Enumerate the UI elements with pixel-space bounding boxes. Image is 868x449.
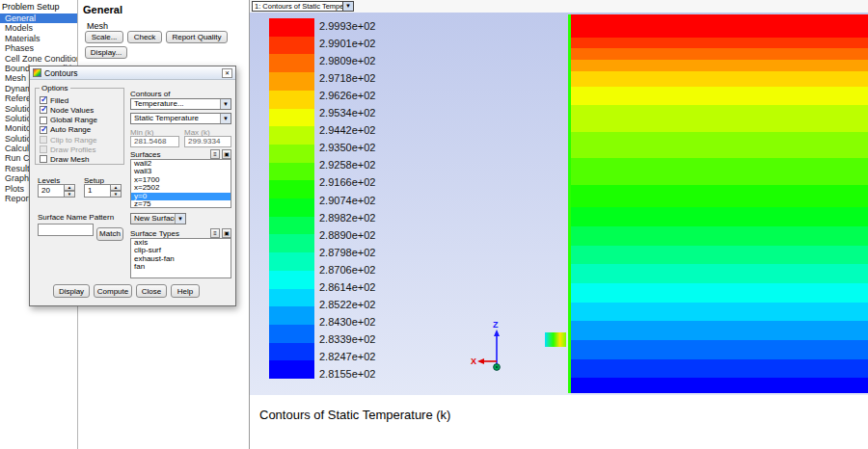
checkbox-label: Auto Range [50, 125, 91, 134]
surface-types-deselect-icon[interactable]: ▣ [222, 228, 231, 238]
task-page-title: General [83, 4, 122, 15]
tree-item-models[interactable]: Models [0, 23, 77, 33]
legend-value: 2.8614e+02 [319, 281, 375, 293]
legend-band [269, 325, 314, 343]
checkbox-icon [40, 136, 47, 144]
help-button[interactable]: Help [171, 284, 200, 298]
legend-value: 2.9901e+02 [319, 38, 375, 49]
list-item[interactable]: exhaust-fan [131, 255, 231, 263]
display-mesh-button[interactable]: Display... [85, 46, 127, 59]
graphics-window: 1: Contours of Static Temper ▼ 2.9993e+0… [249, 0, 868, 449]
surface-types-list[interactable]: axisclip-surfexhaust-fanfan [130, 238, 231, 278]
checkbox-label: Filled [50, 96, 68, 105]
scale-button[interactable]: Scale... [85, 31, 123, 43]
checkbox-icon[interactable] [40, 117, 47, 124]
legend-value: 2.9258e+02 [319, 159, 375, 171]
spinner-down-icon[interactable]: ▼ [111, 191, 122, 198]
plot-edge [568, 14, 571, 393]
legend-value: 2.8706e+02 [319, 264, 375, 276]
report-quality-button[interactable]: Report Quality [166, 31, 228, 43]
options-checkbox-list: FilledNode ValuesGlobal RangeAuto RangeC… [36, 89, 123, 164]
checkbox-icon [40, 145, 47, 153]
display-button[interactable]: Display [53, 284, 90, 298]
contour-plot [568, 14, 868, 393]
setup-value[interactable]: 1 [84, 184, 111, 198]
legend-band [269, 360, 314, 379]
tree-item-cell-zone-conditions[interactable]: Cell Zone Conditions [0, 54, 77, 64]
levels-stepper[interactable]: 20 ▲ ▼ [38, 184, 75, 198]
legend-value: 2.9166e+02 [319, 176, 375, 188]
legend-band [269, 343, 314, 361]
graphics-window-selector[interactable]: 1: Contours of Static Temper ▼ [252, 1, 354, 12]
legend-value: 2.9534e+02 [319, 107, 375, 119]
compute-button[interactable]: Compute [94, 284, 132, 298]
legend-band [269, 109, 314, 127]
options-group: Options FilledNode ValuesGlobal RangeAut… [35, 88, 124, 165]
tree-item-materials[interactable]: Materials [0, 34, 77, 43]
surface-types-select-all-icon[interactable]: ≡ [210, 228, 220, 238]
surface-name-pattern-input[interactable] [38, 224, 94, 236]
legend-band [269, 271, 314, 289]
legend-labels: 2.9993e+022.9901e+022.9809e+022.9718e+02… [319, 20, 406, 388]
chevron-down-icon[interactable]: ▼ [220, 99, 231, 109]
surfaces-deselect-icon[interactable]: ▣ [222, 149, 231, 159]
legend-value: 2.9074e+02 [319, 195, 375, 206]
spinner-down-icon[interactable]: ▼ [65, 191, 75, 198]
legend-value: 2.8339e+02 [319, 333, 375, 345]
tree-item-phases[interactable]: Phases [0, 43, 77, 53]
close-icon[interactable]: ✕ [222, 68, 232, 78]
checkbox-row-draw-profiles: Draw Profiles [36, 145, 123, 154]
checkbox-row-node-values[interactable]: Node Values [36, 106, 123, 116]
spinner-up-icon[interactable]: ▲ [111, 184, 122, 191]
inlet-contour-patch [545, 332, 566, 347]
chevron-down-icon[interactable]: ▼ [342, 2, 353, 11]
field-dropdown[interactable]: Temperature... ▼ [130, 98, 231, 110]
legend-bar [269, 18, 314, 379]
graphics-window-selector-label: 1: Contours of Static Temper [253, 2, 342, 11]
checkbox-label: Node Values [50, 106, 94, 115]
checkbox-row-draw-mesh[interactable]: Draw Mesh [36, 155, 123, 165]
graphics-toolbar: 1: Contours of Static Temper ▼ [250, 0, 868, 13]
list-item[interactable]: fan [131, 263, 231, 271]
legend-value: 2.9718e+02 [319, 72, 375, 84]
legend-value: 2.8798e+02 [319, 247, 375, 258]
legend-value: 2.8430e+02 [319, 316, 375, 328]
surfaces-label: Surfaces [130, 150, 161, 159]
checkbox-icon[interactable] [40, 155, 47, 163]
subfield-dropdown[interactable]: Static Temperature ▼ [130, 113, 231, 124]
tree-item-general[interactable]: General [0, 13, 77, 23]
z-axis-label: Z [493, 320, 499, 330]
match-button[interactable]: Match [96, 227, 123, 241]
close-button[interactable]: Close [136, 284, 167, 298]
legend-band [269, 18, 314, 37]
x-axis-label: X [471, 357, 476, 366]
chevron-down-icon[interactable]: ▼ [220, 114, 231, 123]
surfaces-list[interactable]: wall2wall3x=1700x=2502y=0z=75 [130, 159, 231, 208]
checkbox-row-global-range[interactable]: Global Range [36, 116, 123, 125]
legend-value: 2.9626e+02 [319, 90, 375, 101]
graphics-canvas[interactable]: 2.9993e+022.9901e+022.9809e+022.9718e+02… [250, 13, 868, 395]
checkbox-row-auto-range[interactable]: Auto Range [36, 125, 123, 135]
legend-band [269, 180, 314, 198]
spinner-up-icon[interactable]: ▲ [65, 184, 75, 191]
dialog-title: Contours [44, 68, 219, 78]
new-surface-button[interactable]: New Surface ▼ [130, 213, 186, 224]
checkbox-icon[interactable] [40, 126, 47, 134]
chevron-down-icon[interactable]: ▼ [175, 214, 185, 224]
check-button[interactable]: Check [127, 31, 162, 43]
checkbox-label: Draw Mesh [50, 155, 89, 164]
dialog-titlebar[interactable]: Contours ✕ [30, 66, 235, 80]
subfield-dropdown-value: Static Temperature [131, 114, 220, 123]
legend-value: 2.9442e+02 [319, 124, 375, 136]
surface-types-label: Surface Types [130, 229, 179, 238]
tree-header: Problem Setup [0, 0, 77, 13]
surfaces-select-all-icon[interactable]: ≡ [210, 149, 220, 159]
list-item[interactable]: z=75 [131, 200, 231, 208]
checkbox-row-filled[interactable]: Filled [36, 95, 123, 105]
checkbox-icon[interactable] [40, 106, 47, 114]
checkbox-icon[interactable] [40, 96, 47, 104]
levels-value[interactable]: 20 [38, 184, 65, 198]
legend-band [269, 37, 314, 55]
legend-value: 2.9350e+02 [319, 142, 375, 153]
setup-stepper[interactable]: 1 ▲ ▼ [84, 184, 122, 198]
